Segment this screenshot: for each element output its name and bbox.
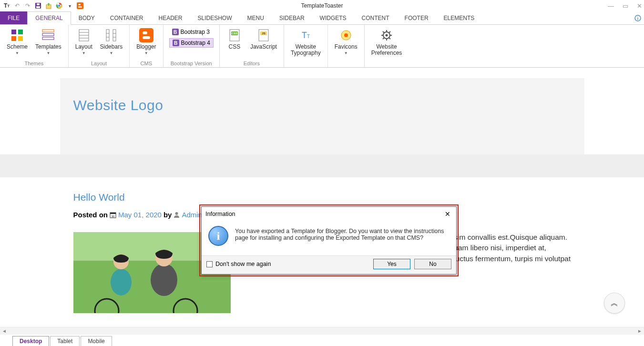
favicons-button[interactable]: Favicons ▼ bbox=[331, 26, 361, 55]
bootstrap3-label: Bootstrap 3 bbox=[181, 29, 210, 35]
site-logo[interactable]: Website Logo bbox=[73, 97, 571, 113]
svg-line-50 bbox=[389, 31, 390, 33]
svg-rect-8 bbox=[78, 6, 82, 8]
svg-rect-30 bbox=[143, 36, 150, 39]
svg-rect-12 bbox=[18, 30, 23, 34]
blogger-icon[interactable] bbox=[76, 2, 84, 10]
tab-footer[interactable]: FOOTER bbox=[397, 11, 436, 24]
redo-icon[interactable]: ↷ bbox=[24, 2, 31, 10]
svg-text:CSS: CSS bbox=[232, 32, 237, 35]
help-icon[interactable]: i bbox=[634, 11, 644, 24]
site-nav-bar[interactable] bbox=[0, 154, 644, 177]
horizontal-scrollbar[interactable]: ◄ ► bbox=[0, 327, 644, 335]
dialog-titlebar[interactable]: Information ✕ bbox=[202, 207, 456, 221]
tab-elements[interactable]: ELEMENTS bbox=[436, 11, 482, 24]
tab-widgets[interactable]: WIDGETS bbox=[312, 11, 354, 24]
posted-on-label: Posted on bbox=[73, 211, 108, 219]
yes-button[interactable]: Yes bbox=[373, 259, 410, 269]
blogger-button[interactable]: Blogger ▼ bbox=[133, 26, 160, 55]
by-label: by bbox=[164, 211, 172, 219]
post-date-link[interactable]: May 01, 2020 bbox=[118, 211, 162, 219]
editors-group-label: Editors bbox=[223, 61, 281, 67]
dialog-close-button[interactable]: ✕ bbox=[443, 210, 452, 218]
sidebars-button[interactable]: Sidebars ▼ bbox=[96, 26, 126, 55]
close-icon[interactable]: ✕ bbox=[637, 2, 642, 10]
svg-text:30: 30 bbox=[112, 215, 115, 218]
site-header[interactable]: Website Logo bbox=[60, 78, 584, 154]
bootstrap4-option[interactable]: B Bootstrap 4 bbox=[169, 38, 214, 48]
tab-general[interactable]: GENERAL bbox=[27, 11, 71, 25]
app-logo-icon: TT bbox=[3, 2, 10, 10]
scroll-right-icon[interactable]: ► bbox=[637, 328, 642, 334]
title-bar: TT ↶ ↷ ▾ TemplateToaster — ▭ ✕ bbox=[0, 0, 644, 11]
calendar-icon: 30 bbox=[110, 212, 116, 218]
svg-text:i: i bbox=[637, 16, 639, 20]
view-tabs: Desktop Tablet Mobile bbox=[0, 335, 644, 346]
dropdown-icon: ▼ bbox=[109, 51, 113, 55]
dropdown-icon: ▼ bbox=[46, 51, 50, 55]
dialog-footer: Don't show me again Yes No bbox=[202, 255, 456, 274]
no-button[interactable]: No bbox=[414, 259, 451, 269]
quick-access-toolbar: TT ↶ ↷ ▾ bbox=[0, 2, 84, 10]
svg-rect-11 bbox=[11, 30, 16, 34]
svg-text:T: T bbox=[302, 31, 307, 40]
dont-show-checkbox[interactable]: Don't show me again bbox=[206, 261, 271, 267]
ribbon-group-bootstrap: B Bootstrap 3 B Bootstrap 4 Bootstrap Ve… bbox=[164, 25, 220, 67]
bootstrap-badge-icon: B bbox=[172, 29, 179, 35]
preferences-button[interactable]: Website Preferences bbox=[368, 26, 406, 56]
maximize-icon[interactable]: ▭ bbox=[623, 2, 628, 10]
scroll-to-top-button[interactable]: ︽ bbox=[604, 293, 625, 314]
layout-button[interactable]: Layout ▼ bbox=[72, 26, 96, 55]
author-icon bbox=[174, 212, 180, 218]
view-tab-desktop[interactable]: Desktop bbox=[12, 336, 49, 346]
bootstrap3-option[interactable]: B Bootstrap 3 bbox=[169, 28, 214, 36]
svg-point-54 bbox=[175, 212, 178, 215]
favicons-label: Favicons bbox=[335, 44, 358, 50]
design-canvas[interactable]: Website Logo Hello World Posted on 30 Ma… bbox=[0, 68, 644, 327]
sidebars-icon bbox=[103, 28, 119, 43]
typography-button[interactable]: TT Website Typography bbox=[287, 26, 325, 56]
view-tab-mobile[interactable]: Mobile bbox=[81, 336, 112, 346]
ribbon-body: Scheme ▼ Templates ▼ Themes Layout ▼ Sid… bbox=[0, 25, 644, 68]
tab-header[interactable]: HEADER bbox=[151, 11, 190, 24]
svg-rect-28 bbox=[139, 28, 153, 42]
tab-menu[interactable]: MENU bbox=[240, 11, 272, 24]
templates-button[interactable]: Templates ▼ bbox=[31, 26, 65, 55]
tab-content[interactable]: CONTENT bbox=[354, 11, 397, 24]
tab-file[interactable]: FILE bbox=[0, 11, 27, 24]
scheme-button[interactable]: Scheme ▼ bbox=[3, 26, 31, 55]
minimize-icon[interactable]: — bbox=[608, 2, 614, 10]
svg-rect-23 bbox=[113, 30, 116, 41]
gear-icon bbox=[379, 28, 394, 43]
svg-point-59 bbox=[151, 264, 177, 296]
templates-label: Templates bbox=[35, 44, 61, 50]
information-dialog: Information ✕ i You have exported a Temp… bbox=[201, 206, 457, 275]
typography-icon: TT bbox=[298, 28, 313, 43]
dropdown-icon: ▼ bbox=[344, 51, 348, 55]
scroll-left-icon[interactable]: ◄ bbox=[2, 328, 7, 334]
view-tab-tablet[interactable]: Tablet bbox=[50, 336, 80, 346]
svg-text:JS: JS bbox=[262, 32, 265, 35]
ribbon-tabs: FILE GENERAL BODY CONTAINER HEADER SLIDE… bbox=[0, 11, 644, 25]
tab-container[interactable]: CONTAINER bbox=[102, 11, 151, 24]
tab-body[interactable]: BODY bbox=[71, 11, 102, 24]
chrome-dropdown-icon[interactable]: ▾ bbox=[66, 2, 73, 10]
export-icon[interactable] bbox=[45, 2, 52, 10]
layout-label: Layout bbox=[75, 44, 92, 50]
themes-group-label: Themes bbox=[3, 61, 65, 67]
javascript-button[interactable]: JS JavaScript bbox=[246, 26, 281, 50]
tab-slideshow[interactable]: SLIDESHOW bbox=[190, 11, 240, 24]
javascript-icon: JS bbox=[256, 28, 271, 43]
information-dialog-wrapper: Information ✕ i You have exported a Temp… bbox=[199, 204, 459, 276]
tab-sidebar[interactable]: SIDEBAR bbox=[272, 11, 312, 24]
chrome-icon[interactable] bbox=[55, 2, 63, 10]
undo-icon[interactable]: ↶ bbox=[13, 2, 21, 10]
svg-rect-17 bbox=[42, 37, 54, 40]
save-icon[interactable] bbox=[34, 2, 42, 10]
ribbon-group-layout: Layout ▼ Sidebars ▼ Layout bbox=[69, 25, 130, 67]
ribbon-group-editors: CSS CSS JS JavaScript Editors bbox=[220, 25, 284, 67]
post-title[interactable]: Hello World bbox=[73, 192, 571, 203]
css-button[interactable]: CSS CSS bbox=[223, 26, 246, 50]
templates-icon bbox=[41, 28, 56, 43]
layout-icon bbox=[76, 28, 92, 43]
